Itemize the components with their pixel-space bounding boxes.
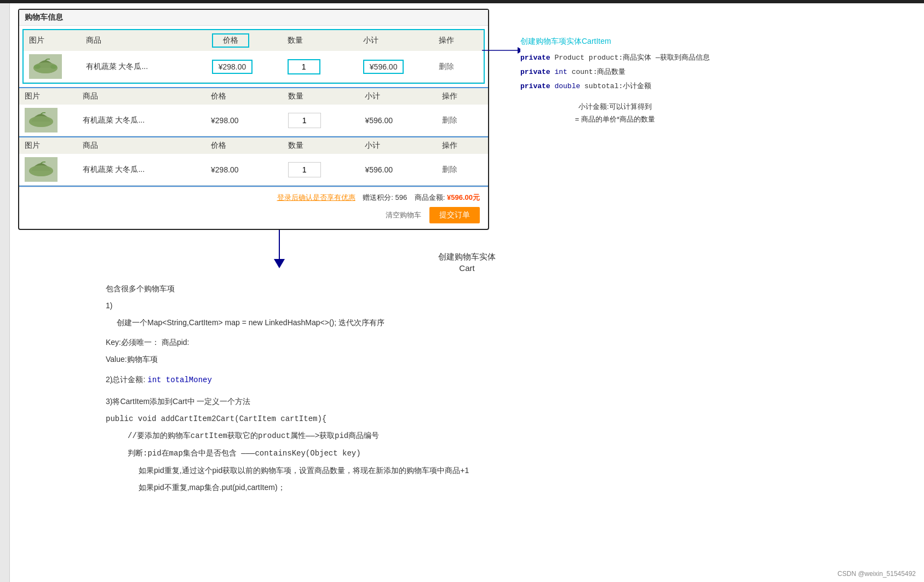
product-image-2 <box>25 108 58 132</box>
col-header-sub-1: 小计 <box>358 30 433 51</box>
svg-point-2 <box>34 65 41 69</box>
annotation-text: 创建购物车项实体CartItem private Product product… <box>520 37 710 126</box>
include-label: 包含很多个购物车项 <box>106 280 916 297</box>
col-header-pic-2: 图片 <box>19 88 77 105</box>
col-header-qty-2: 数量 <box>283 88 360 105</box>
col-header-sub-3: 小计 <box>359 137 437 154</box>
step3-comment2: 判断:pid在map集合中是否包含 ———containsKey(Object … <box>128 445 916 462</box>
product-name-cell-3: 有机蔬菜 大冬瓜... <box>77 154 206 186</box>
step3-code: public void addCartItem2Cart(CartItem ca… <box>106 414 326 423</box>
product-qty-cell-3 <box>283 154 360 186</box>
cart-summary: 登录后确认是否享有优惠 赠送积分: 596 商品金额: ¥596.00元 <box>27 193 480 203</box>
product-image-cell-1 <box>24 51 81 83</box>
delete-link-3[interactable]: 删除 <box>442 165 457 174</box>
col-header-qty-1: 数量 <box>282 30 358 51</box>
quantity-input-2[interactable] <box>288 113 321 128</box>
type-double: double <box>554 82 580 90</box>
annotation-area: 创建购物车项实体CartItem private Product product… <box>477 7 739 126</box>
cart-title: 购物车信息 <box>19 10 488 26</box>
step2-row: 2)总计金额: int totalMoney <box>106 371 916 389</box>
down-arrow-container <box>263 227 296 273</box>
annotation-line-2: private int count:商品数量 <box>520 65 710 79</box>
product-price-cell-2: ¥298.00 <box>205 105 283 136</box>
login-link[interactable]: 登录后确认是否享有优惠 <box>277 193 355 201</box>
product-name-cell-1: 有机蔬菜 大冬瓜... <box>81 51 206 83</box>
product-subtotal-cell-3: ¥596.00 <box>359 154 437 186</box>
product-price-cell-3: ¥298.00 <box>205 154 283 186</box>
product-image-cell-2 <box>19 105 77 136</box>
cart-box: 购物车信息 图片 商品 价格 数量 小计 操作 <box>18 9 489 230</box>
annotation-title: 创建购物车项实体CartItem <box>520 37 710 47</box>
product-image-1 <box>29 54 62 79</box>
annotation-note: 小计金额:可以计算得到 = 商品的单价*商品的数量 <box>520 100 710 126</box>
annotation-arrow <box>477 39 520 61</box>
down-arrow-svg <box>263 227 296 271</box>
product-subtotal-cell-2: ¥596.00 <box>359 105 437 136</box>
amount-label: 商品金额: <box>415 193 445 201</box>
cart-actions: 清空购物车 提交订单 <box>27 207 480 223</box>
delete-link-2[interactable]: 删除 <box>442 116 457 124</box>
col-header-op-3: 操作 <box>437 137 488 154</box>
price-highlight: ¥298.00 <box>212 60 253 74</box>
col-header-price-2: 价格 <box>205 88 283 105</box>
cart-section-2: 图片 商品 价格 数量 小计 操作 <box>19 87 488 137</box>
delete-link-1[interactable]: 删除 <box>439 62 454 71</box>
cart-table-1: 图片 商品 价格 数量 小计 操作 <box>24 30 484 83</box>
product-image-3 <box>25 157 58 182</box>
lower-subtitle: Cart <box>18 263 916 273</box>
vegetable-icon-1 <box>31 56 61 78</box>
cart-table-3: 图片 商品 价格 数量 小计 操作 <box>19 137 488 186</box>
col-header-qty-3: 数量 <box>283 137 360 154</box>
type-int: int <box>554 68 567 76</box>
annotation-line-3: private double subtotal:小计金额 <box>520 79 710 94</box>
step1-text: 创建一个Map<String,CartItem> map = new Linke… <box>117 318 384 327</box>
keyword-private-2: private <box>520 68 550 76</box>
points-label: 赠送积分: 596 <box>363 193 409 201</box>
amount-value: ¥596.00元 <box>447 193 480 201</box>
step3-if2: 如果pid不重复,map集合.put(pid,cartItem)； <box>139 479 916 496</box>
lower-section: 创建购物车实体 Cart 包含很多个购物车项 1) 创建一个Map<String… <box>10 246 924 502</box>
step1-row: 1) 创建一个Map<String,CartItem> map = new Li… <box>106 297 916 331</box>
product-name-cell-2: 有机蔬菜 大冬瓜... <box>77 105 206 136</box>
product-delete-cell-3: 删除 <box>437 154 488 186</box>
svg-point-7 <box>29 165 53 176</box>
price-header-highlight: 价格 <box>212 33 249 48</box>
table-row: 有机蔬菜 大冬瓜... ¥298.00 ¥596.00 删除 <box>19 105 488 136</box>
table-row: 有机蔬菜 大冬瓜... ¥298.00 ¥596.00 删除 <box>19 154 488 186</box>
col-header-goods-3: 商品 <box>77 137 206 154</box>
keyword-private-3: private <box>520 82 550 90</box>
vegetable-icon-3 <box>26 159 56 181</box>
table-header-row-2: 图片 商品 价格 数量 小计 操作 <box>19 88 488 105</box>
lower-content: 包含很多个购物车项 1) 创建一个Map<String,CartItem> ma… <box>106 280 916 496</box>
step3-row: 3)将CartItem添加到Cart中 一定义一个方法 <box>106 393 916 410</box>
step3-comment1: //要添加的购物车cartItem获取它的product属性——>获取pid商品… <box>128 427 916 445</box>
cart-bottom: 登录后确认是否享有优惠 赠送积分: 596 商品金额: ¥596.00元 清空购… <box>19 187 488 229</box>
csdn-footer: CSDN @weixin_51545492 <box>837 570 916 578</box>
quantity-input-1[interactable] <box>288 59 320 74</box>
cart-table-2: 图片 商品 价格 数量 小计 操作 <box>19 88 488 136</box>
left-sidebar <box>0 3 10 582</box>
table-row: 有机蔬菜 大冬瓜... ¥298.00 ¥596.00 删除 <box>24 51 484 83</box>
annotation-code: private Product product:商品实体 —获取到商品信息 pr… <box>520 51 710 94</box>
col-header-price-1: 价格 <box>206 30 282 51</box>
value-row: Value:购物车项 <box>106 351 916 368</box>
quantity-input-3[interactable] <box>288 162 321 177</box>
step3-code-line: public void addCartItem2Cart(CartItem ca… <box>106 410 916 428</box>
cart-section-1: 图片 商品 价格 数量 小计 操作 <box>22 29 485 84</box>
product-image-cell-3 <box>19 154 77 186</box>
product-subtotal-cell-1: ¥596.00 <box>358 51 433 83</box>
checkout-button[interactable]: 提交订单 <box>429 207 480 223</box>
keyword-private-1: private <box>520 54 550 62</box>
col-header-sub-2: 小计 <box>359 88 437 105</box>
product-price-cell-1: ¥298.00 <box>206 51 282 83</box>
table-header-row-3: 图片 商品 价格 数量 小计 操作 <box>19 137 488 154</box>
cart-section-3: 图片 商品 价格 数量 小计 操作 <box>19 137 488 187</box>
lower-title: 创建购物车实体 <box>18 252 916 262</box>
clear-cart-button[interactable]: 清空购物车 <box>386 210 421 220</box>
product-qty-cell-1 <box>282 51 358 83</box>
total-money: int totalMoney <box>147 376 212 384</box>
table-header-row-1: 图片 商品 价格 数量 小计 操作 <box>24 30 484 51</box>
col-header-price-3: 价格 <box>205 137 283 154</box>
vegetable-icon-2 <box>26 110 56 131</box>
step3-if1: 如果pid重复,通过这个pid获取以前的购物车项，设置商品数量，将现在新添加的购… <box>139 462 916 479</box>
